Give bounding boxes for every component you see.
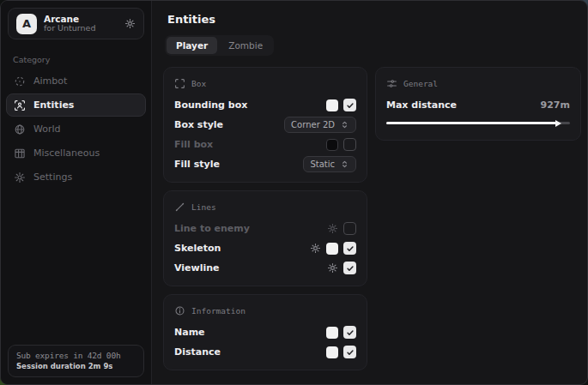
max-distance-slider[interactable]: [386, 122, 570, 124]
grid-icon: [14, 147, 26, 159]
sidebar-item-label: World: [33, 123, 61, 135]
setting-row-skeleton: Skeleton: [174, 238, 356, 258]
setting-row-name: Name: [174, 322, 356, 342]
entities-scan-icon: [14, 99, 26, 111]
checkbox[interactable]: [343, 242, 356, 255]
setting-row-distance: Distance: [174, 342, 356, 362]
tab-zombie[interactable]: Zombie: [219, 37, 272, 54]
general-panel: General Max distance 927m: [375, 67, 581, 141]
sidebar-item-world[interactable]: World: [6, 117, 146, 141]
main-content: Entities Player Zombie Box Bounding box: [152, 1, 588, 384]
setting-label: Distance: [174, 346, 221, 358]
checkbox[interactable]: [343, 326, 356, 339]
color-swatch[interactable]: [326, 243, 338, 255]
setting-label: Max distance: [386, 99, 457, 111]
app-window: A Arcane for Unturned Category Aimbot: [0, 0, 588, 385]
setting-row-bounding-box: Bounding box: [174, 95, 356, 115]
setting-label: Skeleton: [174, 243, 221, 254]
sub-expiry-text: Sub expires in 42d 00h: [16, 351, 136, 360]
left-column: Box Bounding box Box style: [163, 67, 367, 370]
sidebar-item-label: Miscellaneous: [33, 147, 100, 159]
setting-row-line-to-enemy: Line to enemy: [174, 219, 356, 238]
chevron-updown-icon: [340, 159, 349, 169]
setting-label: Name: [174, 327, 205, 338]
tab-bar: Player Zombie: [165, 35, 274, 56]
gear-icon[interactable]: [327, 262, 338, 274]
app-title-block: Arcane for Unturned: [44, 14, 118, 33]
diagonal-line-icon: [174, 202, 185, 213]
setting-label: Line to enemy: [174, 223, 250, 234]
dropdown-value: Corner 2D: [291, 120, 335, 129]
app-logo-card: A Arcane for Unturned: [8, 8, 144, 39]
gear-icon[interactable]: [327, 223, 338, 234]
sidebar-item-entities[interactable]: Entities: [6, 93, 146, 117]
tab-player[interactable]: Player: [167, 37, 217, 54]
color-swatch[interactable]: [326, 346, 338, 358]
sidebar: A Arcane for Unturned Category Aimbot: [1, 1, 152, 384]
globe-icon: [14, 123, 26, 135]
lines-panel-header: Lines: [174, 202, 356, 213]
fill-style-dropdown[interactable]: Static: [303, 156, 356, 172]
checkbox[interactable]: [343, 138, 356, 151]
sidebar-item-miscellaneous[interactable]: Miscellaneous: [6, 141, 146, 165]
max-distance-value: 927m: [541, 99, 570, 111]
setting-label: Bounding box: [174, 99, 247, 111]
box-panel: Box Bounding box Box style: [163, 67, 367, 183]
sidebar-item-label: Entities: [33, 99, 74, 111]
box-style-dropdown[interactable]: Corner 2D: [284, 117, 356, 133]
general-panel-title: General: [403, 79, 438, 88]
subscription-card: Sub expires in 42d 00h Session duration …: [8, 345, 144, 377]
box-panel-header: Box: [174, 78, 356, 89]
color-swatch[interactable]: [326, 327, 338, 339]
sidebar-bottom: Sub expires in 42d 00h Session duration …: [1, 338, 151, 384]
sidebar-item-aimbot[interactable]: Aimbot: [6, 69, 146, 93]
setting-row-fill-box: Fill box: [174, 135, 356, 154]
information-panel: Information Name Distance: [163, 294, 367, 370]
gear-icon[interactable]: [124, 18, 136, 29]
sidebar-item-label: Aimbot: [33, 75, 67, 87]
setting-label: Fill box: [174, 139, 213, 150]
setting-label: Fill style: [174, 159, 220, 170]
checkbox[interactable]: [343, 346, 356, 358]
setting-row-fill-style: Fill style Static: [174, 154, 356, 174]
checkbox[interactable]: [343, 99, 356, 111]
desktop-background: A Arcane for Unturned Category Aimbot: [0, 0, 588, 385]
app-logo: A: [16, 14, 37, 34]
information-panel-header: Information: [174, 305, 356, 316]
page-title: Entities: [167, 13, 581, 26]
information-panel-title: Information: [191, 306, 246, 316]
box-panel-title: Box: [191, 79, 206, 88]
dropdown-value: Static: [310, 159, 335, 169]
sidebar-item-label: Settings: [33, 171, 72, 183]
gear-icon: [14, 171, 26, 183]
gear-icon[interactable]: [310, 243, 321, 254]
setting-label: Viewline: [174, 262, 220, 274]
sliders-icon: [386, 78, 397, 89]
lines-panel-title: Lines: [191, 202, 216, 212]
right-column: General Max distance 927m: [375, 67, 581, 370]
info-icon: [174, 305, 185, 316]
setting-row-box-style: Box style Corner 2D: [174, 115, 356, 135]
crosshair-icon: [14, 75, 26, 87]
sidebar-nav: Aimbot Entities World Miscellaneous: [1, 69, 151, 189]
checkbox[interactable]: [343, 222, 356, 235]
box-select-icon: [174, 78, 185, 89]
setting-row-max-distance: Max distance 927m: [386, 95, 570, 115]
panel-columns: Box Bounding box Box style: [163, 67, 581, 370]
max-distance-slider-fill[interactable]: [386, 122, 556, 124]
color-swatch[interactable]: [326, 99, 338, 111]
session-duration-text: Session duration 2m 9s: [16, 362, 136, 370]
checkbox[interactable]: [343, 262, 356, 274]
setting-label: Box style: [174, 119, 223, 130]
lines-panel: Lines Line to enemy Skeleton: [163, 190, 367, 286]
setting-row-viewline: Viewline: [174, 258, 356, 278]
category-label: Category: [13, 55, 151, 64]
color-swatch[interactable]: [326, 139, 338, 151]
general-panel-header: General: [386, 78, 570, 89]
chevron-updown-icon: [340, 120, 349, 129]
sidebar-item-settings[interactable]: Settings: [6, 165, 146, 189]
app-subtitle: for Unturned: [44, 24, 118, 33]
